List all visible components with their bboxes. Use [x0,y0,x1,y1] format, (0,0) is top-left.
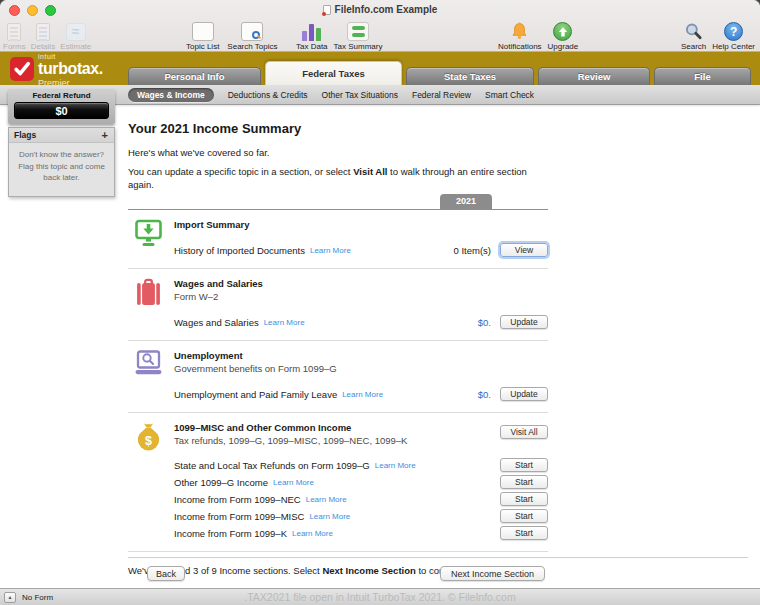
start-button[interactable]: Start [500,475,548,489]
toolbar-help-center-button[interactable]: ? Help Center [712,20,755,51]
turbotax-label: turbotax. [38,61,103,77]
row-value: 0 Item(s) [419,245,491,256]
year-tab: 2021 [440,194,492,209]
window-title: FileInfo.com Example [335,4,438,15]
toolbar: Forms Details ≈ Estimate Topic List [0,16,760,52]
footer-divider [128,557,748,558]
tax-summary-icon [347,20,369,41]
checkmark-icon [10,57,34,81]
flags-title: Flags [14,130,36,140]
toolbar-search-button[interactable]: Search [681,20,706,51]
visit-all-button[interactable]: Visit All [500,425,548,439]
learn-more-link[interactable]: Learn More [292,529,333,538]
search-icon [684,20,703,41]
federal-refund-widget: Federal Refund $0 [8,89,115,124]
section-1099-misc: $ 1099–MISC and Other Common Income Tax … [128,413,548,552]
section-subtitle: Tax refunds, 1099–G, 1099–MISC, 1099–NEC… [174,435,500,446]
intuit-label: intuit [38,53,103,60]
upgrade-icon [553,20,572,41]
toolbar-upgrade-button[interactable]: Upgrade [548,20,579,51]
subnav-deductions-credits[interactable]: Deductions & Credits [228,90,308,100]
section-unemployment: Unemployment Government benefits on Form… [128,341,548,413]
subnav-federal-review[interactable]: Federal Review [412,90,471,100]
next-income-section-button[interactable]: Next Income Section [440,566,545,581]
start-button[interactable]: Start [500,509,548,523]
status-bar: ▲ No Form .TAX2021 file open in Intuit T… [0,588,760,605]
summary-row: Unemployment and Paid Family Leave Learn… [174,386,548,403]
tax-data-icon [301,20,323,41]
bell-icon [510,20,529,41]
add-flag-button[interactable]: + [102,131,108,140]
learn-more-link[interactable]: Learn More [375,461,416,470]
intro-text: Here's what we've covered so far. [128,147,548,158]
view-button[interactable]: View [500,243,548,257]
update-button[interactable]: Update [500,387,548,401]
section-import-summary: Import Summary History of Imported Docum… [128,210,548,269]
search-topics-icon [241,20,263,41]
row-value: $0. [419,389,491,400]
current-form-label: No Form [22,593,53,602]
summary-row: Income from Form 1099–NEC Learn More Sta… [174,491,548,508]
money-bag-icon: $ [128,420,174,542]
row-value: $0. [419,317,491,328]
start-button[interactable]: Start [500,458,548,472]
toolbar-tax-data-button[interactable]: Tax Data [296,20,328,51]
learn-more-link[interactable]: Learn More [310,246,351,255]
learn-more-link[interactable]: Learn More [309,512,350,521]
section-subtitle: Government benefits on Form 1099–G [174,363,548,374]
section-title: Import Summary [174,219,548,230]
watermark-text: .TAX2021 file open in Intuit TurboTax 20… [0,591,760,603]
topic-list-icon [192,20,214,41]
toolbar-search-topics-button[interactable]: Search Topics [227,20,277,51]
start-button[interactable]: Start [500,492,548,506]
toolbar-topic-list-button[interactable]: Topic List [186,20,219,51]
toolbar-tax-summary-button[interactable]: Tax Summary [334,20,383,51]
tab-state-taxes[interactable]: State Taxes [406,67,534,85]
svg-text:$: $ [145,433,152,447]
toolbar-estimate-button: ≈ Estimate [60,20,91,51]
learn-more-link[interactable]: Learn More [306,495,347,504]
learn-more-link[interactable]: Learn More [342,390,383,399]
tab-review[interactable]: Review [538,67,650,85]
toolbar-forms-button: Forms [3,20,26,51]
toolbar-notifications-button[interactable]: Notifications [498,20,542,51]
turbotax-logo: intuit turbotax. Premier [10,53,103,88]
import-monitor-icon [128,217,174,259]
section-title: Unemployment [174,350,548,361]
summary-row: State and Local Tax Refunds on Form 1099… [174,457,548,474]
federal-refund-label: Federal Refund [14,91,109,100]
main-tabs: Personal Info Federal Taxes State Taxes … [128,61,757,85]
federal-refund-amount: $0 [14,102,109,119]
section-title: 1099–MISC and Other Common Income [174,422,500,433]
briefcase-icon [128,276,174,331]
tab-file[interactable]: File [654,67,751,85]
details-icon [36,20,50,41]
summary-row: Other 1099–G Income Learn More Start [174,474,548,491]
tab-personal-info[interactable]: Personal Info [128,67,261,85]
brand-band: intuit turbotax. Premier Personal Info F… [0,52,760,85]
summary-row: Income from Form 1099–K Learn More Start [174,525,548,542]
section-wages-salaries: Wages and Salaries Form W–2 Wages and Sa… [128,269,548,341]
back-button[interactable]: Back [147,566,185,581]
summary-row: Wages and Salaries Learn More $0. Update [174,314,548,331]
section-subtitle: Form W–2 [174,291,548,302]
forms-icon [7,20,21,41]
subnav-smart-check[interactable]: Smart Check [485,90,534,100]
toolbar-details-button: Details [31,20,55,51]
help-icon: ? [724,20,743,41]
subnav-other-tax-situations[interactable]: Other Tax Situations [322,90,398,100]
section-title: Wages and Salaries [174,278,548,289]
learn-more-link[interactable]: Learn More [264,318,305,327]
learn-more-link[interactable]: Learn More [273,478,314,487]
flags-hint-text: Don't know the answer? Flag this topic a… [9,143,114,196]
window-header: FileInfo.com Example Forms Details ≈ Est… [0,0,760,52]
laptop-search-icon [128,348,174,403]
document-proxy-icon [323,5,331,15]
year-header-row: 2021 [128,195,548,210]
start-button[interactable]: Start [500,526,548,540]
subnav-wages-income[interactable]: Wages & Income [128,88,214,102]
update-button[interactable]: Update [500,315,548,329]
tab-federal-taxes[interactable]: Federal Taxes [265,61,402,85]
summary-row: History of Imported Documents Learn More… [174,242,548,259]
page-title: Your 2021 Income Summary [128,121,548,136]
